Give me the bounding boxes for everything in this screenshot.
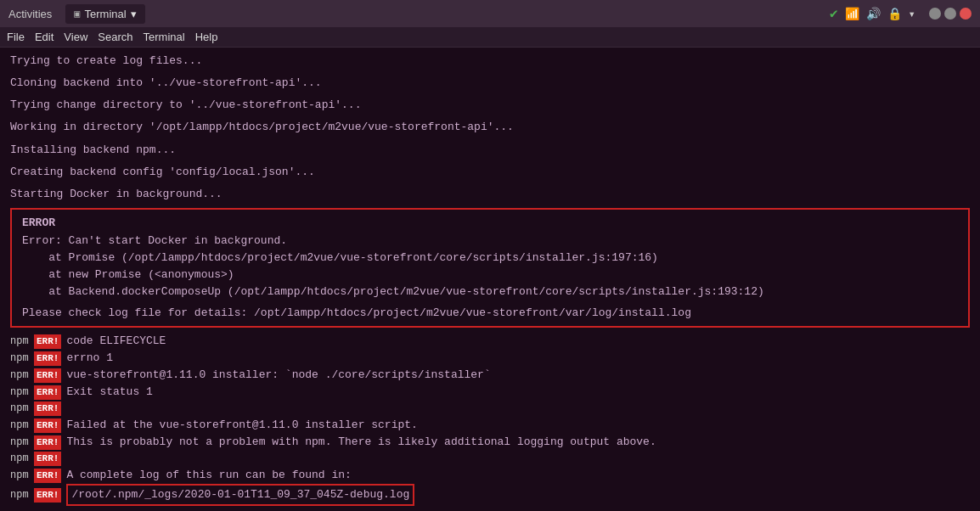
- activities-label[interactable]: Activities: [8, 8, 52, 20]
- line-2: Cloning backend into '../vue-storefront-…: [10, 75, 970, 92]
- line-7: Starting Docker in background...: [10, 186, 970, 203]
- line-6: Creating backend config 'config/local.js…: [10, 164, 970, 181]
- terminal-output: Trying to create log files... Cloning ba…: [0, 48, 980, 511]
- npm-text: A complete log of this run can be found …: [66, 467, 351, 484]
- error-note: Please check log file for details: /opt/…: [22, 306, 958, 319]
- menu-search[interactable]: Search: [98, 31, 132, 43]
- npm-err-badge: ERR!: [34, 452, 61, 466]
- npm-text: code ELIFECYCLE: [66, 333, 166, 350]
- npm-line-4: npm ERR! Exit status 1: [10, 384, 970, 401]
- debug-log-text: /root/.npm/_logs/2020-01-01T11_09_37_045…: [71, 488, 409, 501]
- menu-help[interactable]: Help: [195, 31, 218, 43]
- npm-err-badge: ERR!: [34, 488, 61, 503]
- status-ok-icon: ✔: [830, 5, 838, 22]
- npm-label: npm: [10, 334, 34, 350]
- npm-label: npm: [10, 385, 34, 401]
- titlebar: Activities ▣ Terminal ▾ ✔ 📶 🔊 🔒 ▾: [0, 0, 980, 27]
- menu-file[interactable]: File: [7, 31, 25, 43]
- close-button[interactable]: [960, 8, 972, 20]
- error-line-4: at Backend.dockerComposeUp (/opt/lampp/h…: [22, 284, 958, 300]
- npm-text: Exit status 1: [66, 384, 152, 401]
- error-body: Error: Can't start Docker in background.…: [22, 233, 958, 301]
- npm-err-badge: ERR!: [34, 368, 61, 383]
- line-4: Working in directory '/opt/lampp/htdocs/…: [10, 119, 970, 136]
- npm-text: /root/.npm/_logs/2020-01-01T11_09_37_045…: [66, 484, 414, 506]
- npm-err-badge: ERR!: [34, 385, 61, 400]
- error-line-1: Error: Can't start Docker in background.: [22, 233, 958, 250]
- menu-view[interactable]: View: [64, 31, 87, 43]
- npm-label: npm: [10, 451, 34, 467]
- line-3: Trying change directory to '../vue-store…: [10, 97, 970, 114]
- npm-label: npm: [10, 351, 34, 367]
- npm-line-7: npm ERR! This is probably not a problem …: [10, 434, 970, 451]
- npm-text: Failed at the vue-storefront@1.11.0 inst…: [66, 417, 417, 434]
- volume-icon: 🔊: [866, 7, 881, 21]
- npm-text: errno 1: [66, 350, 113, 367]
- menu-edit[interactable]: Edit: [35, 31, 54, 43]
- window-controls: [929, 8, 972, 20]
- npm-label: npm: [10, 487, 34, 503]
- npm-label: npm: [10, 418, 34, 434]
- npm-err-badge: ERR!: [34, 334, 61, 349]
- npm-line-3: npm ERR! vue-storefront@1.11.0 installer…: [10, 367, 970, 384]
- npm-text: vue-storefront@1.11.0 installer: `node .…: [66, 367, 490, 384]
- menu-terminal[interactable]: Terminal: [144, 31, 185, 43]
- wifi-icon: 📶: [845, 7, 859, 21]
- npm-line-5: npm ERR!: [10, 401, 970, 417]
- npm-label: npm: [10, 401, 34, 417]
- npm-err-badge: ERR!: [34, 351, 61, 366]
- terminal-tab-icon: ▣: [74, 8, 80, 20]
- npm-err-badge: ERR!: [34, 435, 61, 450]
- minimize-button[interactable]: [929, 8, 941, 20]
- terminal-tab[interactable]: ▣ Terminal ▾: [65, 4, 144, 24]
- npm-errors-section: npm ERR! code ELIFECYCLE npm ERR! errno …: [10, 333, 970, 506]
- terminal-tab-label: Terminal: [85, 8, 127, 20]
- npm-line-6: npm ERR! Failed at the vue-storefront@1.…: [10, 417, 970, 434]
- npm-line-8: npm ERR!: [10, 451, 970, 467]
- menubar: File Edit View Search Terminal Help: [0, 27, 980, 48]
- line-1: Trying to create log files...: [10, 53, 970, 70]
- error-line-3: at new Promise (<anonymous>): [22, 267, 958, 284]
- line-5: Installing backend npm...: [10, 142, 970, 159]
- npm-line-1: npm ERR! code ELIFECYCLE: [10, 333, 970, 350]
- npm-label: npm: [10, 468, 34, 484]
- titlebar-right: ✔ 📶 🔊 🔒 ▾: [830, 5, 972, 22]
- debug-log-box: /root/.npm/_logs/2020-01-01T11_09_37_045…: [66, 484, 414, 506]
- npm-err-badge: ERR!: [34, 469, 61, 483]
- terminal-tab-arrow: ▾: [131, 8, 137, 20]
- dropdown-icon: ▾: [909, 7, 915, 21]
- npm-line-9: npm ERR! A complete log of this run can …: [10, 467, 970, 484]
- npm-err-badge: ERR!: [34, 418, 61, 433]
- npm-text: This is probably not a problem with npm.…: [66, 434, 656, 451]
- npm-label: npm: [10, 368, 34, 384]
- lock-icon: 🔒: [887, 7, 902, 21]
- npm-err-badge: ERR!: [34, 402, 61, 416]
- error-line-2: at Promise (/opt/lampp/htdocs/project/m2…: [22, 250, 958, 267]
- error-title: ERROR: [22, 216, 958, 229]
- npm-label: npm: [10, 435, 34, 451]
- maximize-button[interactable]: [944, 8, 956, 20]
- npm-line-10: npm ERR! /root/.npm/_logs/2020-01-01T11_…: [10, 484, 970, 506]
- titlebar-left: Activities ▣ Terminal ▾: [8, 4, 145, 24]
- error-box: ERROR Error: Can't start Docker in backg…: [10, 208, 970, 328]
- npm-line-2: npm ERR! errno 1: [10, 350, 970, 367]
